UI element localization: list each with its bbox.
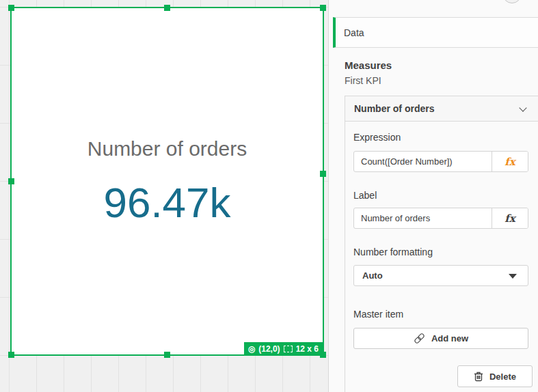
add-new-button[interactable]: Add new <box>353 328 528 349</box>
resize-handle-top-center[interactable] <box>164 5 170 11</box>
panel-toggle-button[interactable] <box>502 0 522 3</box>
delete-button[interactable]: Delete <box>457 365 533 387</box>
resize-handle-middle-left[interactable] <box>8 178 14 184</box>
resize-handle-top-right[interactable] <box>320 5 326 11</box>
measure-accordion-title: Number of orders <box>354 103 434 114</box>
selection-position: (12,0) <box>258 344 280 354</box>
master-item-label: Master item <box>353 309 403 320</box>
resize-handle-bottom-left[interactable] <box>8 352 14 358</box>
kpi-title: Number of orders <box>88 137 247 160</box>
resize-handle-top-left[interactable] <box>8 5 14 11</box>
expression-label: Expression <box>353 132 401 143</box>
resize-handle-middle-right[interactable] <box>320 171 326 177</box>
label-label: Label <box>353 190 377 201</box>
resize-handle-bottom-right[interactable] <box>320 352 326 358</box>
measure-name: First KPI <box>345 75 381 86</box>
sheet-canvas[interactable]: Number of orders 96.47k ◎ (12,0) 12 x 6 <box>0 0 328 392</box>
delete-button-label: Delete <box>489 372 516 382</box>
expression-fx-button[interactable]: fx <box>492 152 528 171</box>
selection-position-badge: ◎ (12,0) 12 x 6 <box>244 342 324 356</box>
measure-accordion-header[interactable]: Number of orders <box>345 96 538 122</box>
kpi-value: 96.47k <box>103 180 230 225</box>
label-input[interactable] <box>354 208 492 228</box>
kpi-content: Number of orders 96.47k <box>12 8 323 354</box>
expression-input[interactable] <box>354 152 492 171</box>
number-formatting-label: Number formatting <box>353 247 433 257</box>
number-formatting-dropdown[interactable]: Auto <box>353 265 528 286</box>
selection-size: 12 x 6 <box>296 344 319 354</box>
resize-handle-bottom-center[interactable] <box>164 352 170 358</box>
number-formatting-value: Auto <box>362 270 383 281</box>
trash-icon <box>474 371 483 382</box>
kpi-widget[interactable]: Number of orders 96.47k ◎ (12,0) 12 x 6 <box>10 7 324 356</box>
position-target-icon: ◎ <box>248 345 255 353</box>
tab-data[interactable]: Data <box>333 17 538 48</box>
add-new-button-label: Add new <box>431 333 468 344</box>
chevron-down-icon <box>519 104 526 111</box>
properties-panel: Data Measures First KPI Number of orders… <box>328 0 538 392</box>
tab-data-label: Data <box>344 27 364 38</box>
label-field-group: fx <box>353 208 528 229</box>
label-fx-button[interactable]: fx <box>492 208 528 228</box>
dropdown-caret-icon <box>509 274 517 279</box>
link-icon <box>411 330 427 346</box>
qlik-edit-screen: Number of orders 96.47k ◎ (12,0) 12 x 6 … <box>0 0 538 392</box>
expression-field-group: fx <box>353 151 528 172</box>
size-dashed-rect-icon <box>284 346 293 352</box>
measures-heading: Measures <box>345 59 392 71</box>
